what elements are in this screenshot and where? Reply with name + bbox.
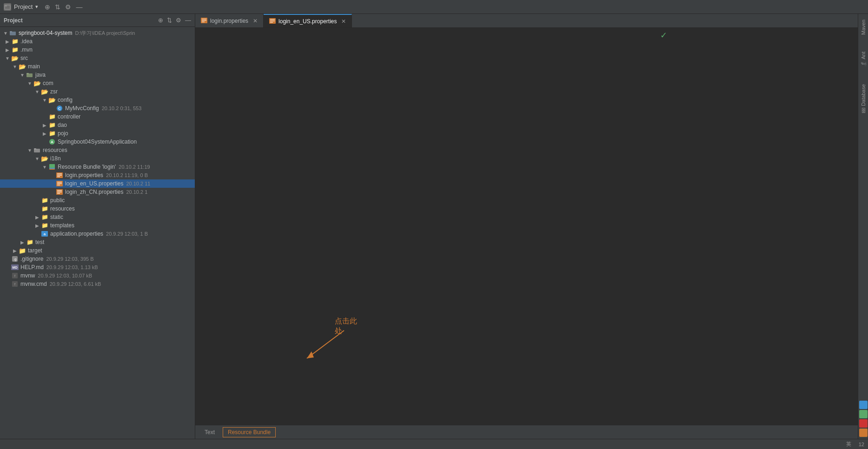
mvnw-label: mvnw (20, 272, 35, 279)
sidebar-item-springboot-app[interactable]: A Springboot04SystemApplication (0, 138, 195, 146)
globe-icon[interactable]: ⊕ (45, 3, 50, 11)
side-panel-maven[interactable]: Maven (860, 16, 867, 39)
static-label: static (50, 214, 63, 220)
sidebar-action-4[interactable]: — (185, 17, 191, 24)
annotation-arrow (288, 321, 358, 368)
en-prop-label: login_en_US.properties (65, 180, 123, 187)
mvnw-cmd-icon: f (11, 280, 19, 288)
sidebar-item-com[interactable]: ▼ 📂 com (0, 79, 195, 87)
login-prop-meta: 20.10.2 11:19, 0 B (106, 172, 148, 178)
svg-text:C: C (58, 106, 61, 111)
title-bar-left: Project ▾ ⊕ ⇅ ⚙ — (4, 3, 199, 11)
templates-arrow: ▶ (33, 222, 41, 229)
sidebar-item-resource-bundle-login[interactable]: ▼ Resource Bundle 'login' 20.10.2 11:19 (0, 163, 195, 171)
tab2-label: login_en_US.properties (278, 18, 337, 25)
src-label: src (20, 55, 28, 61)
sidebar-item-application-properties[interactable]: a application.properties 20.9.29 12:03, … (0, 230, 195, 238)
project-label[interactable]: Project (14, 3, 33, 10)
test-label: test (35, 239, 44, 245)
sidebar-item-zsr[interactable]: ▼ 📂 zsr (0, 87, 195, 96)
sidebar-action-1[interactable]: ⊕ (158, 17, 163, 24)
mymvc-label: MyMvcConfig (65, 105, 99, 112)
sidebar-item-mvn[interactable]: ▶ 📁 .mvn (0, 46, 195, 54)
maven-label: Maven (861, 20, 866, 35)
sidebar-item-mvnw-cmd[interactable]: f mvnw.cmd 20.9.29 12:03, 6.61 kB (0, 280, 195, 288)
src-folder-icon: 📂 (11, 54, 19, 62)
sidebar-item-main[interactable]: ▼ 📂 main (0, 62, 195, 71)
database-label: Database (861, 84, 866, 106)
mvn-arrow: ▶ (4, 46, 11, 53)
minimize-icon[interactable]: — (76, 3, 82, 11)
config-arrow: ▼ (41, 96, 48, 104)
sidebar-item-resources2[interactable]: 📁 resources (0, 205, 195, 213)
i18n-folder-icon: 📂 (41, 155, 48, 162)
lp-arrow (48, 172, 56, 179)
sidebar-item-java[interactable]: ▼ java (0, 71, 195, 79)
resources-label: resources (43, 147, 67, 153)
sidebar-item-target[interactable]: ▶ 📁 target (0, 246, 195, 255)
tab-login-en-us[interactable]: login_en_US.properties ✕ (264, 14, 352, 27)
bottom-tabs: Text Resource Bundle (195, 425, 858, 439)
sidebar-item-pojo[interactable]: ▶ 📁 pojo (0, 129, 195, 138)
bottom-tab-resource-bundle[interactable]: Resource Bundle (223, 427, 276, 437)
svg-text:f: f (14, 283, 15, 286)
sidebar-item-i18n[interactable]: ▼ 📂 i18n (0, 154, 195, 163)
svg-rect-14 (49, 164, 55, 168)
sidebar-item-resources[interactable]: ▼ resources (0, 146, 195, 154)
sync-icon[interactable]: ⇅ (55, 3, 60, 11)
sidebar-item-templates[interactable]: ▶ 📁 templates (0, 221, 195, 230)
settings-icon[interactable]: ⚙ (65, 3, 71, 11)
sidebar-item-config[interactable]: ▼ 📂 config (0, 96, 195, 104)
pojo-arrow: ▶ (41, 130, 48, 137)
side-panel-ant[interactable]: 🐜 Ant (859, 48, 867, 71)
app-icon: A (48, 138, 56, 145)
sidebar-item-gitignore[interactable]: .g .gitignore 20.9.29 12:03, 395 B (0, 255, 195, 263)
tab-login-properties[interactable]: login.properties ✕ (195, 14, 264, 27)
sidebar-action-2[interactable]: ⇅ (167, 17, 172, 24)
zsr-folder-icon: 📂 (41, 88, 48, 95)
sidebar-item-mymvcconfig[interactable]: C MyMvcConfig 20.10.2 0:31, 553 (0, 104, 195, 112)
login-prop-label: login.properties (65, 172, 103, 178)
sidebar-item-dao[interactable]: ▶ 📁 dao (0, 121, 195, 129)
app-prop-arrow (33, 230, 41, 238)
tab1-close[interactable]: ✕ (253, 18, 258, 24)
tree-root[interactable]: ▼ springboot-04-system D:\学习\IDEA projec… (0, 29, 195, 37)
sidebar-item-login-zh-cn[interactable]: login_zh_CN.properties 20.10.2 1 (0, 188, 195, 196)
sidebar-item-login-en-us[interactable]: login_en_US.properties 20.10.2 11 (0, 179, 195, 188)
main-folder-icon: 📂 (19, 63, 26, 70)
root-arrow: ▼ (2, 29, 9, 37)
sidebar-item-controller[interactable]: 📁 controller (0, 112, 195, 121)
main-label: main (28, 63, 40, 70)
app-arrow (41, 138, 48, 145)
zh-prop-icon (56, 188, 63, 196)
sidebar-item-test[interactable]: ▶ 📁 test (0, 238, 195, 246)
sidebar-action-3[interactable]: ⚙ (176, 17, 181, 24)
svg-text:A: A (51, 140, 53, 144)
sidebar-item-idea[interactable]: ▶ 📁 .idea (0, 37, 195, 46)
bottom-tab-text[interactable]: Text (199, 425, 221, 439)
controller-label: controller (58, 113, 80, 120)
svg-marker-46 (307, 351, 314, 358)
sidebar-item-static[interactable]: ▶ 📁 static (0, 213, 195, 221)
root-folder-icon (9, 29, 17, 37)
side-panel-database[interactable]: 🗄 Database (860, 80, 867, 117)
svg-rect-5 (27, 73, 29, 74)
i18n-arrow: ▼ (33, 155, 41, 162)
sidebar-item-login-properties[interactable]: login.properties 20.10.2 11:19, 0 B (0, 171, 195, 179)
tab2-close[interactable]: ✕ (341, 18, 346, 25)
config-label: config (58, 97, 73, 103)
sidebar-item-help-md[interactable]: MD HELP.md 20.9.29 12:03, 1.13 kB (0, 263, 195, 271)
annotation-text: 点击此处 (335, 317, 358, 336)
sidebar-item-mvnw[interactable]: f mvnw 20.9.29 12:03, 10.07 kB (0, 271, 195, 280)
mvnw-icon: f (11, 272, 19, 279)
target-folder-icon: 📁 (19, 247, 26, 254)
sidebar-item-public[interactable]: 📁 public (0, 196, 195, 205)
sidebar-item-src[interactable]: ▼ 📂 src (0, 54, 195, 62)
target-arrow: ▶ (11, 247, 19, 254)
main-arrow: ▼ (11, 63, 19, 70)
title-bar-icons: ⊕ ⇅ ⚙ — (45, 3, 82, 11)
project-dropdown-icon[interactable]: ▾ (35, 4, 38, 10)
status-bar: 英 12 (0, 439, 868, 449)
rb-arrow: ▼ (41, 163, 48, 171)
zh-prop-label: login_zh_CN.properties (65, 189, 123, 195)
